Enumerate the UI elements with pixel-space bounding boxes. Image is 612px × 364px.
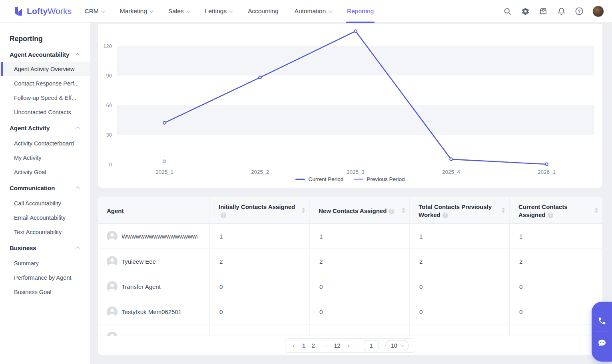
value-cell: 0 <box>509 299 602 324</box>
sidebar-item-my-activity[interactable]: My Activity <box>0 151 90 165</box>
nav-item-automation[interactable]: Automation <box>295 0 331 23</box>
sidebar-section-header-agent-activity[interactable]: Agent Activity <box>0 119 90 136</box>
value-cell: 0 <box>509 274 602 299</box>
sidebar-item-activity-contacterboard[interactable]: Activity Contacterboard <box>0 136 90 151</box>
x-axis-label: 2026_1 <box>538 169 556 175</box>
nav-item-accounting[interactable]: Accounting <box>248 0 279 23</box>
column-header-initially-contacts-assigned: Initially Contacts Assigned? <box>209 197 309 223</box>
nav-item-lettings[interactable]: Lettings <box>205 0 232 23</box>
y-axis-label: 90 <box>106 73 112 79</box>
user-avatar[interactable] <box>592 6 604 17</box>
sidebar-sections: Agent AccountabilityAgent Activity Overv… <box>0 47 90 299</box>
settings-gear-icon[interactable] <box>520 6 530 16</box>
notification-bell-icon[interactable] <box>556 6 566 16</box>
value-cell <box>409 324 509 336</box>
pagination-page-2[interactable]: 2 <box>312 342 315 349</box>
chevron-down-icon <box>400 343 404 347</box>
legend-previous-period[interactable]: Previous Period <box>354 176 405 182</box>
brand-logo-icon <box>13 6 23 17</box>
legend-swatch-previous <box>354 179 363 180</box>
chevron-up-icon <box>76 53 80 57</box>
chart-point[interactable] <box>354 30 357 33</box>
sidebar-section-label: Agent Accountability <box>10 51 69 58</box>
nav-item-crm[interactable]: CRM <box>84 0 104 23</box>
sidebar-item-email-accountability[interactable]: Email Accountability <box>0 211 90 225</box>
chat-icon[interactable] <box>596 337 608 349</box>
agent-cell[interactable]: Testyfxuk Mem062501 <box>98 299 209 324</box>
value-cell: 1 <box>309 224 409 249</box>
sidebar-item-call-accountability[interactable]: Call Accountability <box>0 196 90 211</box>
chevron-up-icon <box>76 126 80 130</box>
value-cell: 2 <box>509 249 602 274</box>
topbar-actions: ? <box>502 6 604 17</box>
chevron-up-icon <box>76 246 80 250</box>
chevron-down-icon <box>328 9 332 13</box>
sidebar-item-uncontacted-contacts[interactable]: Uncontacted Contacts <box>0 105 90 119</box>
pagination-page-1[interactable]: 1 <box>302 342 305 349</box>
agent-cell[interactable]: Wwwwwwwwwwwwwwwwwwww... <box>98 224 209 249</box>
sidebar-item-contact-response-perf[interactable]: Contact Response Perf... <box>0 76 90 91</box>
chart-point[interactable] <box>163 121 166 124</box>
value-cell: 0 <box>209 299 309 324</box>
x-axis-label: 2025_2 <box>251 169 269 175</box>
inbox-icon[interactable] <box>538 6 548 16</box>
help-icon[interactable]: ? <box>574 6 584 16</box>
svg-text:?: ? <box>578 9 581 14</box>
chart-point[interactable] <box>545 163 548 166</box>
sort-control[interactable] <box>302 207 305 213</box>
legend-current-period[interactable]: Current Period <box>295 176 343 182</box>
y-axis-label: 120 <box>103 43 112 49</box>
table-footer: ‹12···12›10 <box>98 336 602 355</box>
phone-icon[interactable] <box>596 315 608 327</box>
sidebar-title: Reporting <box>0 34 90 44</box>
chart-point[interactable] <box>450 158 453 161</box>
sidebar-item-performance-by-agent[interactable]: Performance by Agent <box>0 271 90 285</box>
sidebar-item-text-accountability[interactable]: Text Accountability <box>0 225 90 239</box>
sort-control[interactable] <box>502 207 505 213</box>
pagination-page-12[interactable]: 12 <box>334 342 341 349</box>
page-jump-input[interactable] <box>364 340 379 351</box>
sidebar-section-header-communication[interactable]: Communication <box>0 179 90 196</box>
chart-point[interactable] <box>163 160 166 163</box>
brand-name: LoftyWorks <box>27 6 72 16</box>
help-icon[interactable]: ? <box>548 213 553 218</box>
sidebar-item-follow-up-speed-eff[interactable]: Follow-up Speed & Eff... <box>0 91 90 105</box>
table-row: Testyfxuk Mem0625010000 <box>98 299 602 324</box>
pagination-prev-button[interactable]: ‹ <box>292 342 296 349</box>
x-axis-label: 2025_3 <box>347 169 365 175</box>
help-icon[interactable]: ? <box>443 213 448 218</box>
pagination-ellipsis: ··· <box>321 342 328 348</box>
help-icon[interactable]: ? <box>221 213 226 218</box>
avatar <box>107 306 118 317</box>
value-cell: 1 <box>209 224 309 249</box>
sidebar-section-header-agent-accountability[interactable]: Agent Accountability <box>0 47 90 62</box>
sidebar-section-header-business[interactable]: Business <box>0 239 90 256</box>
chart-legend: Current Period Previous Period <box>98 176 602 182</box>
sidebar-item-agent-activity-overview[interactable]: Agent Activity Overview <box>0 62 90 76</box>
avatar <box>107 256 118 267</box>
value-cell: 1 <box>509 224 602 249</box>
sidebar-section-label: Communication <box>10 185 55 191</box>
sort-control[interactable] <box>402 207 405 213</box>
nav-item-reporting[interactable]: Reporting <box>347 0 374 23</box>
sidebar-item-business-goal[interactable]: Business Goal <box>0 285 90 299</box>
agent-name: Testyfxuk Mem062501 <box>122 308 181 315</box>
agent-cell[interactable]: Tyuieew Eee <box>98 249 209 274</box>
help-icon[interactable]: ? <box>389 209 394 214</box>
sort-control[interactable] <box>595 207 598 213</box>
reporting-sidebar: Reporting Agent AccountabilityAgent Acti… <box>0 23 90 364</box>
pagination-next-button[interactable]: › <box>347 342 351 349</box>
x-axis-label: 2025_4 <box>442 169 460 175</box>
nav-item-sales[interactable]: Sales <box>168 0 189 23</box>
sidebar-item-summary[interactable]: Summary <box>0 256 90 271</box>
search-icon[interactable] <box>502 6 512 16</box>
agent-cell[interactable]: Transfer Agent <box>98 274 209 299</box>
column-header-current-contacts-assigned: Current Contacts Assigned? <box>509 197 602 223</box>
agent-cell[interactable] <box>98 324 209 336</box>
chart-point[interactable] <box>259 76 261 79</box>
page-size-select[interactable]: 10 <box>385 340 409 351</box>
nav-item-marketing[interactable]: Marketing <box>120 0 152 23</box>
table-row: Wwwwwwwwwwwwwwwwwwww...1111 <box>98 224 602 249</box>
sidebar-item-activity-goal[interactable]: Activity Goal <box>0 165 90 179</box>
brand-logo[interactable]: LoftyWorks <box>13 6 72 17</box>
